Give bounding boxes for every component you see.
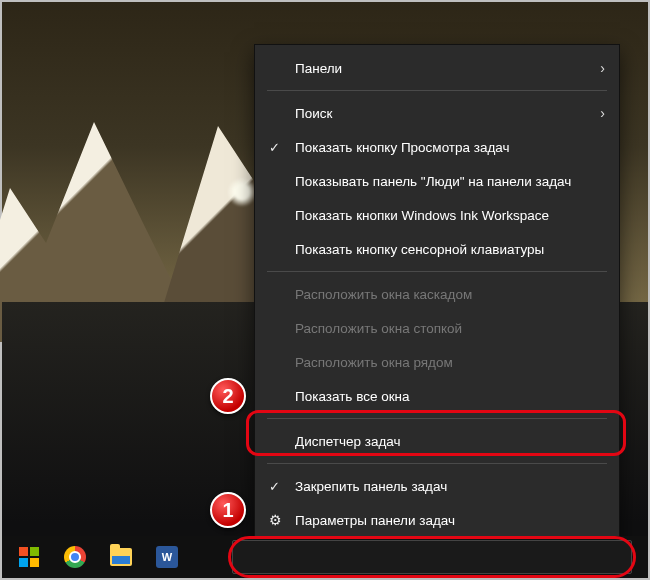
badge-number: 1 [222, 499, 233, 522]
taskbar-app-explorer[interactable] [100, 540, 142, 574]
menu-item-label: Панели [295, 61, 342, 76]
windows-logo-icon [19, 547, 39, 567]
menu-item-show-touch-keyboard[interactable]: Показать кнопку сенсорной клавиатуры [255, 232, 619, 266]
menu-item-show-taskview[interactable]: ✓ Показать кнопку Просмотра задач [255, 130, 619, 164]
menu-item-stacked: Расположить окна стопкой [255, 311, 619, 345]
taskbar-context-menu: Панели › Поиск › ✓ Показать кнопку Просм… [254, 44, 620, 544]
menu-item-label: Поиск [295, 106, 332, 121]
menu-separator [267, 418, 607, 419]
taskbar[interactable]: W [2, 536, 648, 578]
badge-number: 2 [222, 385, 233, 408]
menu-item-label: Диспетчер задач [295, 434, 401, 449]
menu-separator [267, 271, 607, 272]
menu-item-label: Показывать панель "Люди" на панели задач [295, 174, 571, 189]
file-explorer-icon [110, 548, 132, 566]
gear-icon: ⚙ [269, 512, 282, 528]
menu-item-cascade: Расположить окна каскадом [255, 277, 619, 311]
chrome-icon [64, 546, 86, 568]
taskbar-search-box[interactable] [232, 540, 632, 574]
start-button[interactable] [8, 540, 50, 574]
menu-item-label: Закрепить панель задач [295, 479, 447, 494]
menu-separator [267, 90, 607, 91]
menu-item-lock-taskbar[interactable]: ✓ Закрепить панель задач [255, 469, 619, 503]
menu-item-label: Показать кнопку Просмотра задач [295, 140, 510, 155]
check-icon: ✓ [269, 140, 280, 155]
taskbar-app-word[interactable]: W [146, 540, 188, 574]
annotation-badge-2: 2 [210, 378, 246, 414]
menu-item-label: Расположить окна каскадом [295, 287, 472, 302]
menu-separator [267, 463, 607, 464]
taskbar-app-chrome[interactable] [54, 540, 96, 574]
annotation-badge-1: 1 [210, 492, 246, 528]
menu-item-label: Расположить окна стопкой [295, 321, 462, 336]
menu-item-label: Показать все окна [295, 389, 410, 404]
menu-item-search[interactable]: Поиск › [255, 96, 619, 130]
word-icon: W [156, 546, 178, 568]
menu-item-show-people[interactable]: Показывать панель "Люди" на панели задач [255, 164, 619, 198]
menu-item-toolbars[interactable]: Панели › [255, 51, 619, 85]
check-icon: ✓ [269, 479, 280, 494]
menu-item-sidebyside: Расположить окна рядом [255, 345, 619, 379]
menu-item-taskbar-settings[interactable]: ⚙ Параметры панели задач [255, 503, 619, 537]
screenshot-frame: Панели › Поиск › ✓ Показать кнопку Просм… [0, 0, 650, 580]
menu-item-task-manager[interactable]: Диспетчер задач [255, 424, 619, 458]
menu-item-show-all-windows[interactable]: Показать все окна [255, 379, 619, 413]
chevron-right-icon: › [600, 105, 605, 121]
wallpaper-sun [227, 177, 257, 207]
chevron-right-icon: › [600, 60, 605, 76]
menu-item-label: Показать кнопку сенсорной клавиатуры [295, 242, 544, 257]
menu-item-label: Параметры панели задач [295, 513, 455, 528]
menu-item-label: Расположить окна рядом [295, 355, 453, 370]
menu-item-show-ink[interactable]: Показать кнопки Windows Ink Workspace [255, 198, 619, 232]
menu-item-label: Показать кнопки Windows Ink Workspace [295, 208, 549, 223]
